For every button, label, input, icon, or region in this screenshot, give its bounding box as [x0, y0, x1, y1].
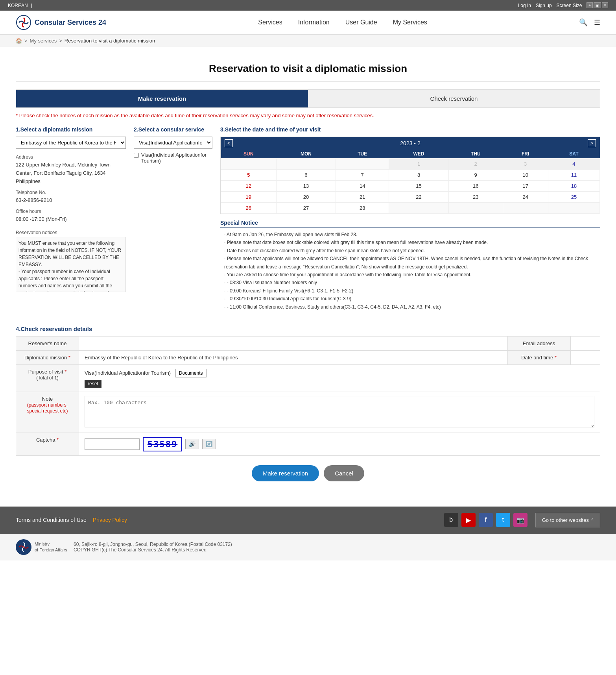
reservation-notices-body[interactable]: You MUST ensure that you enter the follo… — [16, 237, 126, 292]
social-icons: b ▶ f t 📷 — [444, 513, 527, 527]
reset-button[interactable]: reset — [85, 380, 101, 388]
calendar-day[interactable]: 24 — [503, 192, 548, 203]
calendar-week-1: 567891011 — [221, 170, 600, 181]
calendar-day[interactable]: 19 — [221, 192, 277, 203]
reservation-notices: Reservation notices You MUST ensure that… — [16, 230, 126, 292]
terms-label[interactable]: Terms and Conditions of Use — [16, 517, 87, 523]
cal-header-thu: THU — [448, 150, 503, 159]
social-instagram-icon[interactable]: 📷 — [513, 513, 527, 527]
calendar-day[interactable]: 21 — [336, 192, 389, 203]
action-buttons: Make reservation Cancel — [16, 465, 600, 481]
documents-button[interactable]: Documents — [175, 369, 207, 377]
telephone-label: Telephone No. — [16, 189, 126, 196]
calendar-day — [448, 203, 503, 214]
calendar-day[interactable]: 25 — [548, 192, 599, 203]
calendar-day[interactable]: 6 — [276, 170, 336, 181]
calendar-day[interactable]: 15 — [389, 181, 449, 192]
calendar-table: SUN MON TUE WED THU FRI SAT 123456789101… — [221, 150, 600, 214]
calendar-day[interactable]: 3 — [503, 159, 548, 170]
office-hours-value: 08:00~17:00 (Mon-Fri) — [16, 215, 126, 224]
calendar-day[interactable]: 27 — [276, 203, 336, 214]
home-icon[interactable]: 🏠 — [16, 38, 22, 44]
captcha-audio-btn[interactable]: 🔊 — [185, 439, 199, 449]
captcha-refresh-btn[interactable]: 🔄 — [202, 439, 216, 449]
reserver-name-label: Reserver's name — [16, 336, 79, 350]
calendar-day[interactable]: 28 — [336, 203, 389, 214]
email-value — [570, 336, 600, 350]
calendar-day[interactable]: 16 — [448, 181, 503, 192]
calendar-day[interactable]: 12 — [221, 181, 277, 192]
page-title: Reservation to visit a diplomatic missio… — [16, 63, 600, 75]
cal-header-wed: WED — [389, 150, 449, 159]
nav-services[interactable]: Services — [258, 19, 282, 26]
nav-userguide[interactable]: User Guide — [345, 19, 377, 26]
calendar-day — [548, 203, 599, 214]
tab-make-reservation[interactable]: Make reservation — [16, 90, 308, 107]
calendar-day — [276, 159, 336, 170]
calendar-day[interactable]: 14 — [336, 181, 389, 192]
special-notice-item: - 11:00 Official Conference, Business, S… — [224, 303, 600, 311]
calendar-day[interactable]: 11 — [548, 170, 599, 181]
calendar-day[interactable]: 10 — [503, 170, 548, 181]
mission-dropdown[interactable]: Embassy of the Republic of Korea to the … — [16, 137, 126, 149]
privacy-link[interactable]: Privacy Policy — [93, 517, 127, 523]
address-value: 122 Upper Mckinley Road, Mckinley Town C… — [16, 161, 126, 185]
calendar-day[interactable]: 17 — [503, 181, 548, 192]
service-dropdown[interactable]: Visa(Individual Applicationfor ▼ — [134, 137, 212, 149]
special-notice: Special Notice At 9am on Jan 26, the Emb… — [220, 220, 600, 311]
cancel-button[interactable]: Cancel — [324, 465, 364, 481]
special-notice-item: - 09:00 Koreans' Filipino Family Visit(F… — [224, 287, 600, 295]
calendar-day[interactable]: 1 — [389, 159, 449, 170]
calendar-day[interactable]: 5 — [221, 170, 277, 181]
logo-emblem-icon — [16, 15, 31, 30]
breadcrumb-myservices[interactable]: My services — [30, 38, 57, 44]
calendar-next-btn[interactable]: > — [588, 139, 596, 147]
calendar-day[interactable]: 22 — [389, 192, 449, 203]
tab-check-reservation[interactable]: Check reservation — [308, 90, 600, 107]
calendar-day[interactable]: 13 — [276, 181, 336, 192]
login-link[interactable]: Log In — [518, 3, 531, 8]
search-icon[interactable]: 🔍 — [579, 18, 588, 27]
address-block: Address 122 Upper Mckinley Road, Mckinle… — [16, 153, 126, 224]
reserver-name-value — [79, 336, 508, 350]
calendar-day — [503, 203, 548, 214]
screen-size-medium[interactable]: ▣ — [594, 2, 601, 8]
social-blog-icon[interactable]: b — [444, 513, 458, 527]
captcha-box: 53589 🔊 🔄 — [85, 437, 594, 451]
calendar-day[interactable]: 7 — [336, 170, 389, 181]
calendar-day — [389, 203, 449, 214]
social-twitter-icon[interactable]: t — [496, 513, 510, 527]
footer-ministry-label: Ministryof Foreign Affairs — [35, 541, 67, 553]
signup-link[interactable]: Sign up — [536, 3, 552, 8]
captcha-image: 53589 — [143, 437, 182, 451]
calendar-day[interactable]: 23 — [448, 192, 503, 203]
calendar-day — [336, 159, 389, 170]
calendar-prev-btn[interactable]: < — [225, 139, 233, 147]
calendar-day[interactable]: 20 — [276, 192, 336, 203]
footer-copyright: COPYRIGHT(c) The Consular Services 24. A… — [74, 547, 232, 553]
captcha-input[interactable] — [85, 438, 140, 450]
goto-button[interactable]: Go to other websites ^ — [535, 513, 600, 527]
nav-myservices[interactable]: My Services — [393, 19, 427, 26]
note-textarea[interactable] — [85, 396, 594, 427]
menu-icon[interactable]: ☰ — [594, 18, 600, 27]
calendar-day[interactable]: 2 — [448, 159, 503, 170]
calendar-week-0: 1234 — [221, 159, 600, 170]
row-mission-datetime: Diplomatic mission * Embassy of the Repu… — [16, 350, 600, 364]
section2-title: 2.Select a consular service — [134, 126, 212, 133]
calendar-day[interactable]: 26 — [221, 203, 277, 214]
social-youtube-icon[interactable]: ▶ — [461, 513, 476, 527]
calendar-day[interactable]: 18 — [548, 181, 599, 192]
social-facebook-icon[interactable]: f — [479, 513, 493, 527]
screen-size-large[interactable]: ≡ — [602, 2, 608, 8]
calendar-day[interactable]: 9 — [448, 170, 503, 181]
service-checkbox[interactable] — [134, 153, 139, 158]
calendar-day[interactable]: 8 — [389, 170, 449, 181]
calendar-day[interactable]: 4 — [548, 159, 599, 170]
cal-header-sat: SAT — [548, 150, 599, 159]
make-reservation-button[interactable]: Make reservation — [252, 465, 319, 481]
screen-size-small[interactable]: + — [586, 2, 593, 8]
nav-information[interactable]: Information — [298, 19, 330, 26]
calendar-week-3: 19202122232425 — [221, 192, 600, 203]
language-label[interactable]: KOREAN — [8, 3, 28, 8]
